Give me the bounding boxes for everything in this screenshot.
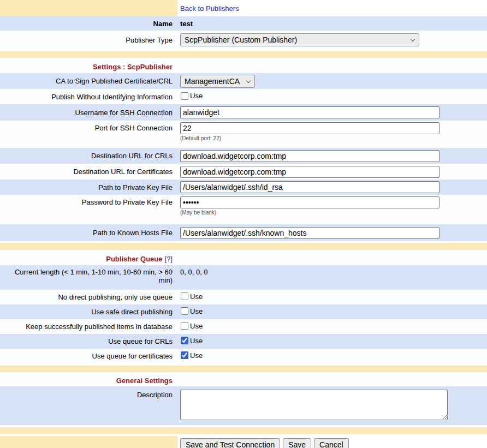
ca-select[interactable]: ManagementCA — [180, 75, 255, 88]
queue-crls-checkbox-label: Use — [190, 337, 203, 345]
queue-section-title: Publisher Queue — [106, 255, 162, 263]
header-row: Back to Publishers — [0, 0, 487, 16]
section-separator — [0, 427, 487, 434]
knownhosts-label: Path to Known Hosts File — [0, 229, 177, 237]
username-input[interactable] — [180, 106, 440, 118]
publisher-type-label: Publisher Type — [0, 36, 177, 44]
section-separator — [0, 243, 487, 250]
no-direct-checkbox-label: Use — [190, 292, 203, 301]
anonymize-label: Publish Without Identifying Information — [0, 93, 177, 101]
anonymize-row: Publish Without Identifying Information … — [0, 89, 487, 104]
cert-url-row: Destination URL for Certificates — [0, 164, 487, 180]
port-input[interactable] — [180, 122, 440, 134]
username-label: Username for SSH Connection — [0, 109, 177, 117]
ca-select-wrap: ManagementCA — [180, 75, 255, 88]
description-textarea[interactable] — [180, 390, 448, 420]
password-hint: (May be blank) — [180, 210, 216, 216]
keep-published-use-option[interactable]: Use — [180, 322, 203, 330]
safe-direct-label: Use safe direct publishing — [0, 308, 177, 316]
settings-section-header: Settings : ScpPublisher — [0, 60, 487, 73]
safe-direct-checkbox-label: Use — [190, 307, 203, 315]
knownhosts-input[interactable] — [180, 227, 440, 239]
general-section-header: General Settings — [0, 374, 487, 386]
safe-direct-use-option[interactable]: Use — [180, 307, 203, 315]
privkey-row: Path to Private Key File — [0, 180, 487, 195]
section-separator — [0, 366, 487, 372]
general-section-title: General Settings — [116, 377, 173, 385]
queue-length-value: 0, 0, 0, 0 — [177, 265, 487, 276]
section-separator — [0, 51, 487, 58]
keep-published-row: Keep successfully published items in dat… — [0, 319, 487, 334]
keep-published-label: Keep successfully published items in dat… — [0, 322, 177, 331]
anonymize-checkbox-label: Use — [190, 92, 203, 100]
save-button[interactable]: Save — [283, 438, 311, 448]
queue-crls-row: Use queue for CRLs Use — [0, 334, 487, 349]
queue-crls-use-option[interactable]: Use — [180, 337, 203, 345]
queue-certs-checkbox-label: Use — [190, 351, 203, 360]
privkey-input[interactable] — [180, 181, 440, 193]
username-row: Username for SSH Connection — [0, 104, 487, 121]
password-input[interactable] — [180, 196, 440, 208]
name-label: Name — [0, 20, 177, 28]
crl-url-row: Destination URL for CRLs — [0, 148, 487, 164]
safe-direct-checkbox[interactable] — [181, 307, 188, 315]
no-direct-label: No direct publishing, only use queue — [0, 293, 177, 301]
name-row: Name test — [0, 16, 487, 31]
safe-direct-row: Use safe direct publishing Use — [0, 304, 487, 319]
password-row: Password to Private Key File (May be bla… — [0, 195, 487, 224]
queue-section-header: Publisher Queue[?] — [0, 252, 487, 265]
keep-published-checkbox[interactable] — [181, 322, 188, 330]
knownhosts-row: Path to Known Hosts File — [0, 224, 487, 241]
ca-label: CA to Sign Published Certificate/CRL — [0, 77, 177, 85]
actions-row: Save and Test Connection Save Cancel — [0, 436, 487, 448]
cert-url-input[interactable] — [180, 166, 440, 178]
no-direct-row: No direct publishing, only use queue Use — [0, 290, 487, 304]
description-row: Description — [0, 386, 487, 425]
queue-crls-checkbox[interactable] — [181, 337, 188, 344]
port-row: Port for SSH Connection (Default port: 2… — [0, 121, 487, 148]
password-label: Password to Private Key File — [0, 195, 177, 206]
queue-certs-checkbox[interactable] — [181, 351, 188, 359]
anonymize-checkbox[interactable] — [181, 92, 188, 100]
actions-left-spacer — [0, 436, 177, 448]
cert-url-label: Destination URL for Certificates — [0, 168, 177, 176]
ca-row: CA to Sign Published Certificate/CRL Man… — [0, 73, 487, 89]
anonymize-use-option[interactable]: Use — [180, 92, 203, 100]
crl-url-label: Destination URL for CRLs — [0, 152, 177, 160]
port-label: Port for SSH Connection — [0, 121, 177, 132]
publisher-type-row: Publisher Type ScpPublisher (Custom Publ… — [0, 31, 487, 49]
queue-help-link[interactable]: [?] — [165, 255, 173, 263]
privkey-label: Path to Private Key File — [0, 183, 177, 192]
description-label: Description — [0, 386, 177, 399]
back-to-publishers-link[interactable]: Back to Publishers — [180, 4, 239, 13]
keep-published-checkbox-label: Use — [190, 322, 203, 330]
publisher-type-select-wrap: ScpPublisher (Custom Publisher) — [180, 33, 419, 46]
port-hint: (Default port: 22) — [180, 135, 221, 141]
name-value: test — [177, 20, 487, 28]
settings-section-title: Settings : ScpPublisher — [93, 63, 173, 71]
no-direct-use-option[interactable]: Use — [180, 292, 203, 301]
header-left-spacer — [0, 0, 177, 16]
queue-certs-row: Use queue for certificates Use — [0, 349, 487, 363]
no-direct-checkbox[interactable] — [181, 292, 188, 300]
edit-publisher-page: Back to Publishers Name test Publisher T… — [0, 0, 487, 448]
queue-length-row: Current length (< 1 min, 1-10 min, 10-60… — [0, 265, 487, 290]
queue-length-label: Current length (< 1 min, 1-10 min, 10-60… — [0, 265, 177, 284]
cancel-button[interactable]: Cancel — [314, 438, 349, 448]
queue-crls-label: Use queue for CRLs — [0, 337, 177, 345]
publisher-type-select[interactable]: ScpPublisher (Custom Publisher) — [180, 33, 419, 46]
queue-certs-label: Use queue for certificates — [0, 352, 177, 360]
save-and-test-button[interactable]: Save and Test Connection — [180, 438, 280, 448]
queue-certs-use-option[interactable]: Use — [180, 351, 203, 360]
crl-url-input[interactable] — [180, 150, 440, 162]
